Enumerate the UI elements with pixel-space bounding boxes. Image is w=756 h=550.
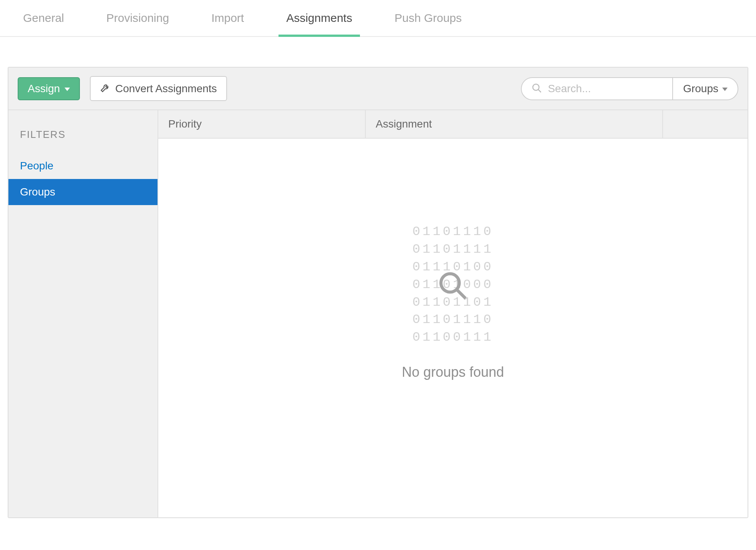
- search-input[interactable]: [548, 83, 663, 95]
- caret-down-icon: [65, 88, 70, 91]
- search-scope-select[interactable]: Groups: [672, 78, 738, 99]
- caret-down-icon: [722, 88, 728, 91]
- tab-import[interactable]: Import: [211, 12, 244, 36]
- wrench-icon: [100, 82, 111, 95]
- convert-button-label: Convert Assignments: [115, 83, 217, 94]
- column-assignment: Assignment: [366, 110, 663, 138]
- tab-general[interactable]: General: [23, 12, 64, 36]
- search-field[interactable]: [522, 82, 672, 95]
- svg-line-3: [457, 290, 466, 298]
- search-scope-label: Groups: [683, 83, 718, 95]
- filters-sidebar: FILTERS People Groups: [8, 110, 158, 517]
- svg-point-2: [441, 274, 459, 292]
- empty-state: 01101110 01101111 01110100 01101000 0110…: [158, 139, 748, 517]
- tab-provisioning[interactable]: Provisioning: [106, 12, 169, 36]
- filter-people[interactable]: People: [8, 153, 158, 179]
- column-actions: [663, 110, 748, 138]
- tab-assignments[interactable]: Assignments: [286, 12, 352, 36]
- top-tab-bar: General Provisioning Import Assignments …: [0, 0, 756, 37]
- assign-button[interactable]: Assign: [18, 77, 80, 100]
- tab-push-groups[interactable]: Push Groups: [395, 12, 462, 36]
- toolbar: Assign Convert Assignments: [8, 68, 748, 110]
- column-headers: Priority Assignment: [158, 110, 748, 139]
- filter-groups[interactable]: Groups: [8, 179, 158, 205]
- magnify-icon: [436, 269, 470, 303]
- search-pill: Groups: [521, 77, 738, 100]
- search-icon: [531, 82, 542, 95]
- column-priority: Priority: [158, 110, 366, 138]
- content-area: Priority Assignment 01101110 01101111 01…: [158, 110, 748, 517]
- svg-line-1: [539, 89, 541, 92]
- filters-heading: FILTERS: [8, 119, 158, 153]
- assign-button-label: Assign: [28, 83, 60, 94]
- svg-point-0: [533, 84, 539, 90]
- empty-message: No groups found: [402, 364, 504, 380]
- convert-assignments-button[interactable]: Convert Assignments: [90, 76, 227, 101]
- assignments-panel: Assign Convert Assignments: [8, 67, 748, 518]
